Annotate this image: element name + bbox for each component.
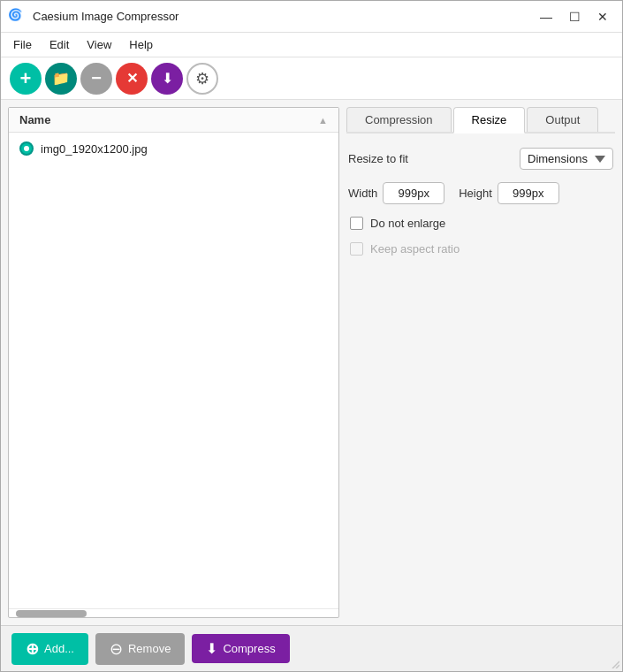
file-column-name: Name [19, 113, 50, 126]
window-controls: — ☐ ✕ [534, 6, 615, 27]
minus-icon: − [91, 68, 102, 88]
app-logo-icon: 🌀 [8, 8, 26, 26]
menu-bar: File Edit View Help [1, 33, 622, 57]
svg-line-1 [616, 665, 619, 668]
file-name-label: img0_1920x1200.jpg [41, 142, 148, 156]
keep-aspect-ratio-row: Keep aspect ratio [348, 242, 613, 256]
add-icon: + [20, 69, 32, 88]
menu-view[interactable]: View [78, 35, 120, 54]
width-item: Width [348, 182, 444, 204]
remove-btn-label: Remove [128, 642, 171, 655]
close-button[interactable]: ✕ [590, 6, 615, 27]
add-btn-label: Add... [44, 642, 74, 655]
add-button[interactable]: ⊕ Add... [11, 633, 88, 665]
resize-settings: Resize to fit Dimensions Width Height Pe… [346, 144, 615, 259]
window-title: Caesium Image Compressor [33, 10, 534, 23]
file-panel-header: Name ▲ [9, 108, 338, 133]
file-radio-indicator [19, 141, 34, 156]
width-label: Width [348, 187, 377, 200]
resize-to-fit-row: Resize to fit Dimensions Width Height Pe… [348, 148, 613, 170]
svg-line-0 [612, 661, 619, 668]
width-input[interactable] [383, 182, 444, 204]
gear-icon: ⚙ [195, 69, 209, 88]
menu-edit[interactable]: Edit [41, 35, 78, 54]
bottom-bar: ⊕ Add... ⊖ Remove ⬇ Compress [1, 625, 622, 671]
height-item: Height [459, 182, 559, 204]
list-item[interactable]: img0_1920x1200.jpg [9, 136, 338, 161]
menu-help[interactable]: Help [120, 35, 162, 54]
remove-button[interactable]: ⊖ Remove [95, 633, 185, 665]
file-list: img0_1920x1200.jpg [9, 133, 338, 608]
maximize-button[interactable]: ☐ [562, 6, 587, 27]
do-not-enlarge-label: Do not enlarge [370, 217, 445, 230]
resize-grip-icon [609, 658, 619, 668]
right-panel: Compression Resize Output Resize to fit … [339, 100, 622, 625]
scroll-indicator: ▲ [318, 115, 328, 126]
do-not-enlarge-checkbox[interactable] [350, 217, 363, 230]
toolbar-remove-gray-button[interactable]: − [80, 63, 112, 95]
folder-icon: 📁 [52, 70, 70, 87]
tab-bar: Compression Resize Output [346, 107, 615, 134]
dimensions-row: Width Height [348, 182, 613, 204]
toolbar: + 📁 − ✕ ⬇ ⚙ [1, 57, 622, 100]
toolbar-folder-button[interactable]: 📁 [45, 63, 77, 95]
keep-aspect-ratio-label: Keep aspect ratio [370, 242, 460, 256]
add-btn-icon: ⊕ [26, 639, 39, 659]
do-not-enlarge-row: Do not enlarge [348, 217, 613, 230]
compress-btn-label: Compress [223, 642, 275, 655]
file-panel-scrollbar[interactable] [9, 608, 338, 617]
height-input[interactable] [498, 182, 559, 204]
main-content: Name ▲ img0_1920x1200.jpg Compression [1, 100, 622, 625]
main-window: 🌀 Caesium Image Compressor — ☐ ✕ File Ed… [0, 0, 623, 672]
file-panel: Name ▲ img0_1920x1200.jpg [8, 107, 339, 618]
compress-button[interactable]: ⬇ Compress [192, 634, 289, 663]
menu-file[interactable]: File [4, 35, 41, 54]
tab-resize[interactable]: Resize [453, 107, 526, 134]
minimize-button[interactable]: — [534, 6, 558, 27]
resize-to-fit-select[interactable]: Dimensions Width Height Percentage [520, 148, 613, 170]
title-bar: 🌀 Caesium Image Compressor — ☐ ✕ [1, 1, 622, 33]
tab-compression[interactable]: Compression [346, 107, 452, 132]
file-radio-inner [24, 146, 29, 151]
tab-output[interactable]: Output [527, 107, 598, 132]
toolbar-settings-button[interactable]: ⚙ [186, 63, 218, 95]
close-red-icon: ✕ [126, 70, 138, 87]
height-label: Height [459, 187, 492, 200]
compress-arrow-icon: ⬇ [162, 70, 173, 87]
remove-btn-icon: ⊖ [110, 639, 123, 659]
toolbar-compress-button[interactable]: ⬇ [151, 63, 183, 95]
compress-btn-icon: ⬇ [206, 640, 217, 657]
keep-aspect-ratio-checkbox[interactable] [350, 242, 363, 256]
toolbar-remove-red-button[interactable]: ✕ [116, 63, 148, 95]
toolbar-add-button[interactable]: + [10, 63, 42, 95]
scroll-thumb[interactable] [16, 610, 87, 617]
resize-to-fit-label: Resize to fit [348, 152, 428, 165]
